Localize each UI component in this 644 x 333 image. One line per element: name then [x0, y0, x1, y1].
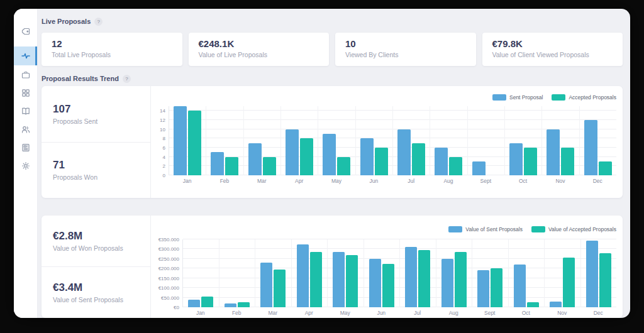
bar-jun[interactable]: [369, 259, 381, 307]
x-tick-label: Dec: [580, 310, 617, 316]
grid-icon: [21, 88, 31, 98]
legend-swatch-blue: [448, 226, 462, 232]
legend-label: Value of Sent Proposals: [465, 226, 523, 232]
sidebar-item-briefcase[interactable]: [14, 66, 37, 84]
bar-mar[interactable]: [248, 143, 262, 175]
card-label: Total Live Proposals: [52, 51, 172, 58]
bar-mar[interactable]: [274, 270, 286, 307]
x-axis-labels: JanFebMarAprMayJunJulAugSeptOctNovDec: [169, 175, 616, 184]
chart-legend: Value of Sent Proposals Value of Accepte…: [155, 226, 616, 233]
bar-nov[interactable]: [561, 148, 574, 175]
bar-dec[interactable]: [599, 253, 611, 307]
bar-jul[interactable]: [412, 143, 425, 175]
x-tick-label: Mar: [243, 178, 280, 184]
help-icon[interactable]: ?: [123, 75, 131, 83]
plot-area: [182, 239, 616, 307]
bar-oct[interactable]: [514, 265, 526, 307]
bar-feb[interactable]: [238, 302, 250, 307]
bar-oct[interactable]: [527, 302, 539, 307]
stat-cards-row: 12 Total Live Proposals €248.1K Value of…: [42, 33, 623, 66]
live-proposals-header: Live Proposals ?: [42, 16, 623, 26]
x-tick-label: Aug: [436, 310, 472, 316]
legend-accepted-proposals[interactable]: Accepted Proposals: [552, 94, 616, 101]
x-tick-label: Feb: [219, 310, 255, 316]
legend-sent-proposal[interactable]: Sent Proposal: [492, 94, 543, 101]
bar-dec[interactable]: [599, 161, 612, 175]
bar-group-jun: [364, 239, 400, 307]
bar-sept[interactable]: [477, 270, 489, 307]
sidebar-item-activity[interactable]: [14, 46, 37, 65]
sidebar-item-grid[interactable]: [14, 84, 37, 102]
bar-aug[interactable]: [449, 157, 462, 175]
bar-feb[interactable]: [211, 152, 224, 175]
x-tick-label: May: [327, 310, 364, 316]
bar-may[interactable]: [346, 255, 358, 307]
bar-may[interactable]: [337, 157, 350, 175]
proposals-value-chart: Value of Sent Proposals Value of Accepte…: [151, 216, 623, 318]
bar-sept[interactable]: [472, 161, 486, 175]
bar-nov[interactable]: [547, 129, 560, 175]
bar-group-mar: [243, 106, 280, 175]
bar-dec[interactable]: [586, 241, 598, 307]
proposals-count-panel: 107 Proposals Sent 71 Proposals Won Sent…: [42, 86, 623, 198]
bar-jun[interactable]: [382, 264, 394, 307]
bar-sept[interactable]: [491, 268, 502, 307]
bar-apr[interactable]: [310, 252, 322, 307]
bar-group-apr: [280, 106, 318, 175]
sidebar-item-users[interactable]: [14, 121, 37, 138]
x-tick-label: Jan: [169, 178, 206, 184]
briefcase-icon: [21, 70, 31, 80]
tag-icon: [21, 26, 31, 36]
bar-aug[interactable]: [441, 259, 453, 307]
bar-may[interactable]: [333, 252, 345, 307]
bar-jul[interactable]: [405, 247, 417, 307]
bar-aug[interactable]: [435, 148, 448, 175]
card-value: €79.8K: [492, 38, 613, 49]
bar-apr[interactable]: [300, 138, 313, 175]
sidebar-item-book[interactable]: [14, 102, 37, 120]
bar-mar[interactable]: [263, 157, 276, 175]
bar-jul[interactable]: [397, 129, 411, 175]
bar-apr[interactable]: [286, 129, 299, 175]
y-tick-label: €350.000: [158, 237, 179, 243]
bar-group-jul: [399, 239, 436, 307]
bar-nov[interactable]: [550, 302, 562, 307]
bar-group-jan: [183, 239, 219, 307]
bar-group-sept: [467, 106, 504, 175]
x-tick-label: Jun: [355, 178, 392, 184]
settings-icon: [21, 161, 31, 171]
bar-aug[interactable]: [455, 252, 467, 307]
bar-feb[interactable]: [225, 303, 236, 307]
y-tick-label: 8: [163, 136, 165, 141]
y-tick-label: €50.000: [161, 295, 179, 300]
sidebar-item-settings[interactable]: [14, 157, 37, 175]
stat-value: 71: [53, 159, 150, 172]
bar-jan[interactable]: [188, 300, 200, 307]
bar-oct[interactable]: [524, 148, 537, 175]
bar-dec[interactable]: [584, 120, 597, 175]
bar-jan[interactable]: [188, 111, 201, 175]
sidebar-item-report[interactable]: [14, 139, 37, 156]
proposals-count-chart: Sent Proposal Accepted Proposals 0246810…: [151, 86, 623, 198]
bar-jul[interactable]: [418, 250, 430, 307]
bar-jan[interactable]: [201, 297, 213, 307]
bar-oct[interactable]: [509, 143, 523, 175]
bar-mar[interactable]: [260, 263, 272, 307]
legend-value-accepted[interactable]: Value of Accepted Proposals: [531, 226, 616, 232]
bar-may[interactable]: [323, 134, 336, 175]
y-axis: €0€50.000€100.000€150.000€200.000€250.00…: [155, 239, 182, 307]
y-tick-label: €250.000: [158, 256, 179, 261]
bar-group-apr: [291, 239, 328, 307]
bar-jun[interactable]: [375, 148, 388, 175]
bar-jun[interactable]: [360, 138, 374, 175]
bar-feb[interactable]: [225, 157, 238, 175]
legend-label: Accepted Proposals: [569, 94, 616, 101]
help-icon[interactable]: ?: [94, 18, 103, 26]
bar-apr[interactable]: [297, 244, 309, 307]
sidebar-item-tag[interactable]: [14, 23, 37, 40]
bar-jan[interactable]: [174, 106, 187, 175]
bar-nov[interactable]: [563, 258, 575, 307]
bar-group-dec: [579, 106, 616, 175]
bar-group-may: [327, 239, 364, 307]
legend-value-sent[interactable]: Value of Sent Proposals: [448, 226, 523, 232]
